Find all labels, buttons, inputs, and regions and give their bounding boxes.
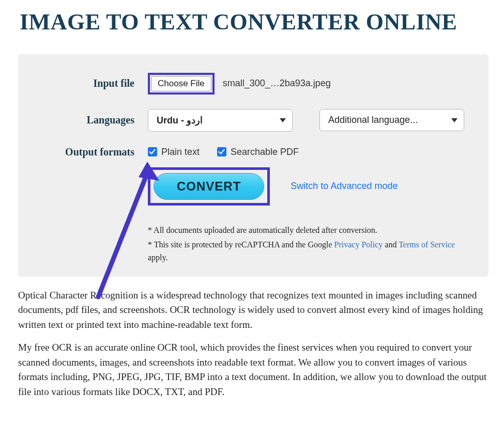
privacy-policy-link[interactable]: Privacy Policy xyxy=(334,240,383,249)
note-recaptcha: * This site is protected by reCAPTCHA an… xyxy=(148,239,470,264)
highlight-choose-file: Choose File xyxy=(148,73,215,94)
choose-file-button[interactable]: Choose File xyxy=(151,76,211,91)
converter-panel: Input file Choose File small_300_…2ba93a… xyxy=(18,54,488,277)
label-languages: Languages xyxy=(37,114,148,126)
row-input-file: Input file Choose File small_300_…2ba93a… xyxy=(37,73,470,94)
paragraph-2: My free OCR is an accurate online OCR to… xyxy=(18,340,488,399)
additional-language-select[interactable]: Additional language... xyxy=(319,109,464,131)
label-input-file: Input file xyxy=(37,77,148,89)
convert-button[interactable]: CONVERT xyxy=(154,173,264,200)
highlight-convert: CONVERT xyxy=(148,167,270,206)
row-output-formats: Output formats Plain text Searchable PDF xyxy=(37,146,470,158)
primary-language-select[interactable]: Urdu - اردو xyxy=(148,109,293,132)
checkbox-searchable-pdf[interactable]: Searchable PDF xyxy=(217,147,299,158)
row-languages: Languages Urdu - اردو Additional languag… xyxy=(37,109,470,132)
checkbox-plain-text-label: Plain text xyxy=(161,147,200,158)
row-notes: * All documents uploaded are automatical… xyxy=(37,224,470,266)
checkbox-searchable-pdf-label: Searchable PDF xyxy=(231,147,299,158)
label-output-formats: Output formats xyxy=(37,146,148,158)
advanced-mode-link[interactable]: Switch to Advanced mode xyxy=(291,181,398,192)
row-convert: CONVERT Switch to Advanced mode xyxy=(37,165,470,215)
note-delete: * All documents uploaded are automatical… xyxy=(148,224,470,237)
checkbox-plain-text[interactable]: Plain text xyxy=(148,147,200,158)
footer-notes: * All documents uploaded are automatical… xyxy=(148,224,470,266)
paragraph-1: Optical Character Recognition is a wides… xyxy=(18,288,488,333)
terms-of-service-link[interactable]: Terms of Service xyxy=(399,240,455,249)
article-body: Optical Character Recognition is a wides… xyxy=(18,288,488,400)
chosen-file-name: small_300_…2ba93a.jpeg xyxy=(223,78,331,89)
checkmark-icon xyxy=(217,147,226,156)
checkmark-icon xyxy=(148,147,157,156)
page-title: IMAGE TO TEXT CONVERTER ONLINE xyxy=(20,9,480,36)
